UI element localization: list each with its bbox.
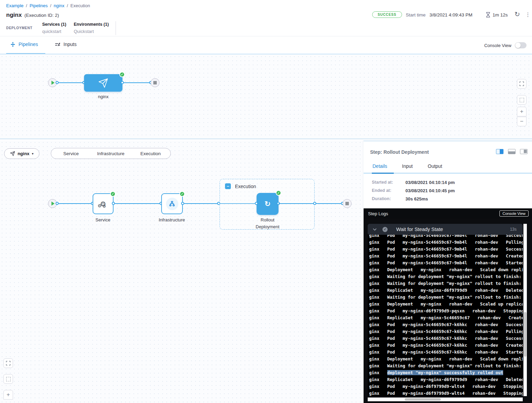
step-panel-title: Step: Rollout Deployment [370,149,429,155]
divider [116,21,116,35]
environments-summary[interactable]: Environments (1) Quickstart [74,22,109,34]
breadcrumb-current: Execution [70,3,90,8]
tab-pipelines[interactable]: Pipelines [10,42,38,47]
console-view-button[interactable]: Console View [499,210,529,217]
zoom-in-button[interactable]: + [3,390,13,400]
tab-service[interactable]: Service [51,151,91,156]
active-tab-underline [372,173,394,174]
pipeline-end-node[interactable] [151,78,159,87]
pipeline-node-nginx[interactable]: ✓ [84,74,122,92]
breadcrumb-nginx[interactable]: nginx [54,3,64,8]
step-logs-title: Step Logs [368,211,388,216]
rollout-node-label-line1: Rollout [261,217,274,222]
title-row: nginx(Execution ID: 2) [6,12,59,19]
log-line: ginx Pod my-nginx-5c46659c67-9mb4l rohan… [369,260,523,266]
fit-to-screen-button[interactable] [3,374,13,384]
fullscreen-button[interactable] [517,79,527,89]
services-label: Services (1) [42,22,66,27]
console-view-label: Console View [484,43,511,48]
log-line: ginx Deployment my-nginx rohan-dev Scale… [369,356,523,362]
kebab-menu-icon[interactable]: ⋮ [525,11,531,18]
zoom-in-button[interactable]: + [517,107,527,116]
success-check-icon: ✓ [276,190,281,196]
log-horizontal-scrollbar[interactable] [368,398,523,401]
detail-label: Duration: [372,196,405,202]
total-duration: 1m 12s [493,12,508,18]
connector-dot [121,81,124,84]
log-line: ginx deployment "my-nginx" successfully … [369,370,503,376]
step-details-panel: Step: Rollout Deployment Details Input O… [364,140,532,403]
breadcrumb-pipelines[interactable]: Pipelines [29,3,48,8]
tab-input[interactable]: Input [402,163,413,169]
scrollbar-thumb[interactable] [405,398,441,401]
fit-icon [520,98,524,102]
right-view-icon[interactable] [520,149,528,154]
log-group-header[interactable]: ✓ Wait for Steady State 13s [368,224,523,235]
console-view-toggle[interactable] [515,42,527,48]
log-line: ginx Pod my-nginx-5c46659c67-k6hkc rohan… [369,343,523,348]
harness-execution-page: { "breadcrumb": { "items": ["Example", "… [0,0,532,403]
log-vertical-scrollbar[interactable] [523,224,527,396]
collapse-icon[interactable]: − [225,183,231,189]
split-view-icon[interactable] [496,149,504,154]
log-line: ginx Pod my-nginx-5c46659c67-k6hkc rohan… [369,349,523,355]
tab-infrastructure[interactable]: Infrastructure [91,151,131,156]
detail-row-started: Started at: 03/08/2021 04:10:14 pm [372,180,455,185]
detail-label: Ended at: [372,188,405,193]
stage-selector-dropdown[interactable]: nginx ▾ [4,148,39,159]
hourglass-icon [486,12,490,18]
tab-output[interactable]: Output [428,163,442,169]
connector-line [114,203,161,204]
detail-value: 30s 625ms [405,196,428,202]
log-line: ginx Pod my-nginx-5c46659c67-9mb4l rohan… [369,253,523,259]
environments-value: Quickstart [74,29,109,34]
stage-canvas[interactable]: nginx ▾ Service Infrastructure Execution… [0,140,363,403]
tab-inputs[interactable]: Inputs [55,42,76,47]
stage-section: nginx ▾ Service Infrastructure Execution… [0,140,532,403]
infrastructure-node-label: Infrastructure [159,217,185,222]
tab-inputs-label: Inputs [63,42,76,47]
stage-end-node[interactable] [343,199,352,208]
page-title: nginx [6,12,22,18]
start-time-label: Start time [406,12,426,18]
refresh-icon[interactable]: ↻ [515,10,520,18]
stop-icon [345,202,349,205]
play-icon [51,81,55,85]
execution-group-label: Execution [235,184,256,189]
stop-icon [153,81,157,84]
execution-group-header: − Execution [225,183,256,189]
services-summary[interactable]: Services (1) quickstart [42,22,66,34]
rollout-node-label-line2: Deployment [256,224,279,229]
page-header: Example/Pipelines/nginx/Execution nginx(… [0,0,532,36]
service-node[interactable]: ⚙⚙⚙ ✓ [93,193,114,214]
log-line: ginx ReplicaSet my-nginx-d6f9799d9 rohan… [369,288,523,293]
pipeline-node-label: nginx [98,94,108,99]
tab-details[interactable]: Details [373,163,387,169]
zoom-out-button[interactable]: − [517,117,527,126]
log-console[interactable]: ✓ Wait for Steady State 13s ginx Pod my-… [368,224,523,396]
bottom-view-icon[interactable] [508,149,516,154]
toggle-knob [515,43,521,48]
detail-row-duration: Duration: 30s 625ms [372,196,455,202]
chevron-down-icon[interactable] [373,228,377,231]
log-line: ginx Pod my-nginx-5c46659c67-9mb4l rohan… [369,246,523,252]
environments-label: Environments (1) [74,22,109,27]
pipeline-canvas[interactable]: ✓ nginx + − [0,55,532,139]
rollout-deployment-node[interactable]: ↻ ✓ [257,193,279,215]
fullscreen-button[interactable] [3,358,13,368]
start-time-value: 3/8/2021 4:09:43 PM [429,12,472,18]
connector-line [57,203,93,204]
view-tabs-bar: Pipelines Inputs Console View [0,37,532,55]
stage-tab-group: Service Infrastructure Execution [51,148,171,159]
log-line: ginx Pod my-nginx-5c46659c67-9mb4l rohan… [369,240,523,245]
step-detail-rows: Started at: 03/08/2021 04:10:14 pm Ended… [372,180,455,205]
success-check-icon: ✓ [110,191,116,197]
check-circle-icon: ✓ [382,227,388,232]
fit-to-screen-button[interactable] [517,95,527,105]
hierarchy-icon [166,198,178,210]
infrastructure-node[interactable]: ✓ [161,193,183,214]
scrollbar-thumb[interactable] [524,312,527,357]
tab-execution[interactable]: Execution [131,151,170,156]
log-line: ginx Deployment my-nginx rohan-dev Scale… [369,267,523,273]
breadcrumb-example[interactable]: Example [6,3,24,8]
